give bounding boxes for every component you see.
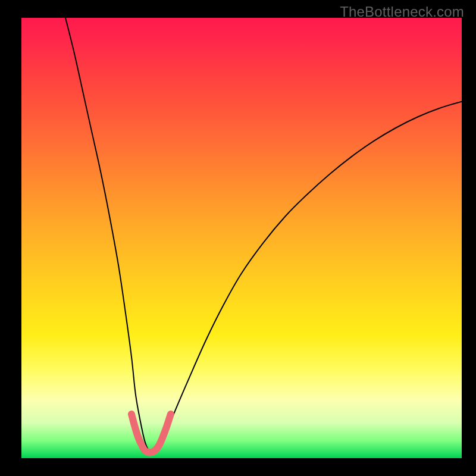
v-curve-path	[65, 18, 462, 452]
watermark-text: TheBottleneck.com	[340, 4, 464, 20]
chart-svg	[21, 18, 462, 458]
plot-area	[21, 18, 462, 458]
u-highlight-path	[131, 414, 171, 452]
chart-frame: TheBottleneck.com	[0, 0, 476, 476]
